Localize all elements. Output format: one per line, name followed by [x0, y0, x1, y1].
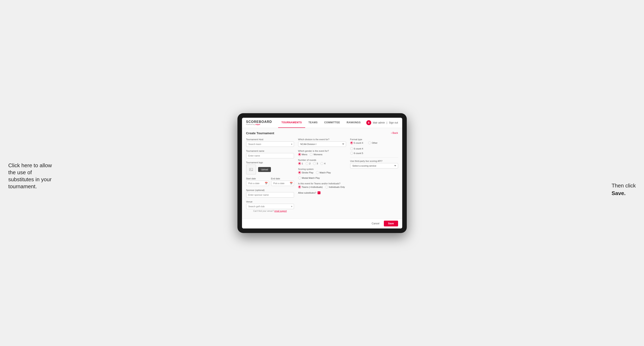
nav-teams[interactable]: TEAMS — [305, 118, 321, 128]
username: blair admin — [373, 121, 385, 124]
host-dropdown-icon: ▾ — [291, 143, 292, 145]
format-5count4[interactable]: 5 count 4 — [350, 142, 363, 144]
round-2-circle — [306, 162, 308, 165]
round-3-label: 3 — [317, 162, 318, 165]
format-other-circle — [368, 142, 371, 144]
page-title: Create Tournament — [246, 131, 274, 135]
annotation-right: Then click Save. — [612, 182, 636, 197]
scoring-stroke[interactable]: Stroke Play — [298, 171, 314, 174]
format-6count4-label: 6 count 4 — [354, 148, 363, 150]
left-column: Tournament Host ▾ Tournament name Tourna — [246, 138, 294, 215]
nav-user: B blair admin | Sign out — [366, 120, 398, 125]
tournament-name-label: Tournament name — [246, 150, 294, 152]
right-column: Format type 5 count 4 Other — [350, 138, 398, 215]
scoring-service-select[interactable]: Select a scoring service — [350, 163, 398, 169]
date-row: Start date 📅 End date 📅 — [246, 177, 294, 186]
scoring-field-group: Scoring system Stroke Play Match Play — [298, 168, 346, 179]
round-3-circle — [313, 162, 316, 165]
sponsor-field-group: Sponsor (optional) — [246, 189, 294, 197]
end-date-field: End date 📅 — [271, 177, 294, 186]
venue-dropdown-icon: ▾ — [291, 205, 292, 208]
save-button[interactable]: Save — [384, 221, 398, 226]
email-support-link[interactable]: email support — [274, 210, 287, 212]
gender-womens-label: Womens — [314, 153, 322, 156]
event-for-label: Is this event for Teams and/or Individua… — [298, 182, 346, 185]
event-for-field-group: Is this event for Teams and/or Individua… — [298, 182, 346, 188]
round-2[interactable]: 2 — [306, 162, 310, 165]
round-4-circle — [320, 162, 323, 165]
cancel-button[interactable]: Cancel — [369, 221, 382, 226]
gender-womens[interactable]: Womens — [310, 153, 322, 156]
end-date-label: End date — [271, 177, 294, 180]
format-other[interactable]: Other — [368, 142, 378, 144]
svg-point-1 — [250, 169, 251, 169]
scoring-stroke-label: Stroke Play — [302, 171, 314, 174]
nav-rankings[interactable]: RANKINGS — [343, 118, 364, 128]
division-field-group: Which division is the event for? NCAA Di… — [298, 138, 346, 147]
annotation-left: Click here to allow the use of substitut… — [8, 162, 58, 190]
gender-label: Which gender is the event for? — [298, 150, 346, 152]
navbar: SCOREBOARD Powered by clippd TOURNAMENTS… — [242, 118, 402, 128]
format-5count4-label: 5 count 4 — [354, 142, 363, 144]
logo-powered: Powered by clippd — [246, 124, 272, 125]
format-6count5-label: 6 count 5 — [354, 152, 363, 155]
tablet-screen: SCOREBOARD Powered by clippd TOURNAMENTS… — [242, 118, 402, 228]
format-6count5[interactable]: 6 count 5 — [350, 152, 398, 155]
scoring-stroke-circle — [298, 171, 301, 174]
scoring-medal-match[interactable]: Medal Match Play — [298, 176, 320, 179]
format-field-group: Format type 5 count 4 Other — [350, 138, 398, 155]
round-4-label: 4 — [324, 162, 326, 165]
rounds-label: Number of rounds — [298, 159, 346, 161]
start-date-wrap: 📅 — [246, 181, 269, 186]
event-individuals[interactable]: Individuals Only — [325, 185, 345, 188]
gender-mens[interactable]: Mens — [298, 153, 308, 156]
round-4[interactable]: 4 — [320, 162, 326, 165]
page-wrapper: Click here to allow the use of substitut… — [8, 113, 636, 233]
bottom-bar: Cancel Save — [242, 218, 402, 228]
logo-scoreboard: SCOREBOARD — [246, 120, 272, 124]
nav-links: TOURNAMENTS TEAMS COMMITTEE RANKINGS — [278, 118, 366, 128]
format-6count4-circle — [350, 147, 353, 150]
upload-button[interactable]: Upload — [258, 167, 271, 172]
venue-help: Can't find your venue? email support — [246, 210, 294, 212]
nav-tournaments[interactable]: TOURNAMENTS — [278, 118, 305, 128]
division-select[interactable]: NCAA Division I — [298, 142, 346, 147]
format-6count4[interactable]: 6 count 4 — [350, 147, 398, 150]
page-content: Create Tournament ‹ Back Tournament Host… — [242, 128, 402, 218]
sponsor-label: Sponsor (optional) — [246, 189, 294, 191]
scoring-service-wrap: Select a scoring service — [350, 163, 398, 169]
scoring-match-circle — [316, 171, 319, 174]
venue-label: Venue — [246, 200, 294, 203]
format-options: 5 count 4 Other 6 count 4 — [350, 142, 398, 155]
sign-out-link[interactable]: Sign out — [389, 121, 398, 124]
end-date-wrap: 📅 — [271, 181, 294, 186]
venue-input[interactable] — [246, 204, 294, 209]
round-1[interactable]: 1 — [298, 162, 303, 165]
api-field-group: Use third-party live scoring API? Select… — [350, 160, 398, 169]
tournament-name-input[interactable] — [246, 153, 294, 158]
scoring-match[interactable]: Match Play — [316, 171, 331, 174]
logo-field-group: Tournament logo Upload — [246, 161, 294, 174]
back-button[interactable]: ‹ Back — [391, 132, 398, 135]
round-3[interactable]: 3 — [313, 162, 318, 165]
rounds-field-group: Number of rounds 1 2 — [298, 159, 346, 165]
rounds-radio-group: 1 2 3 — [298, 162, 346, 165]
avatar: B — [366, 120, 371, 125]
sponsor-input[interactable] — [246, 192, 294, 197]
gender-womens-circle — [310, 153, 312, 156]
page-header: Create Tournament ‹ Back — [246, 131, 398, 135]
event-teams-circle — [298, 185, 301, 188]
image-icon — [249, 168, 253, 172]
allow-subs-checkbox[interactable]: ✓ — [318, 191, 320, 194]
host-input[interactable] — [246, 142, 294, 147]
form-layout: Tournament Host ▾ Tournament name Tourna — [246, 138, 398, 215]
gender-field-group: Which gender is the event for? Mens Wome… — [298, 150, 346, 156]
scoring-radio-group: Stroke Play Match Play Medal Match Play — [298, 171, 346, 179]
nav-committee[interactable]: COMMITTEE — [321, 118, 343, 128]
logo-area: SCOREBOARD Powered by clippd — [246, 120, 272, 125]
event-teams[interactable]: Teams (+Individuals) — [298, 185, 323, 188]
start-date-field: Start date 📅 — [246, 177, 269, 186]
event-for-radio-group: Teams (+Individuals) Individuals Only — [298, 185, 346, 188]
api-label: Use third-party live scoring API? — [350, 160, 398, 162]
tablet-device: SCOREBOARD Powered by clippd TOURNAMENTS… — [238, 113, 407, 233]
